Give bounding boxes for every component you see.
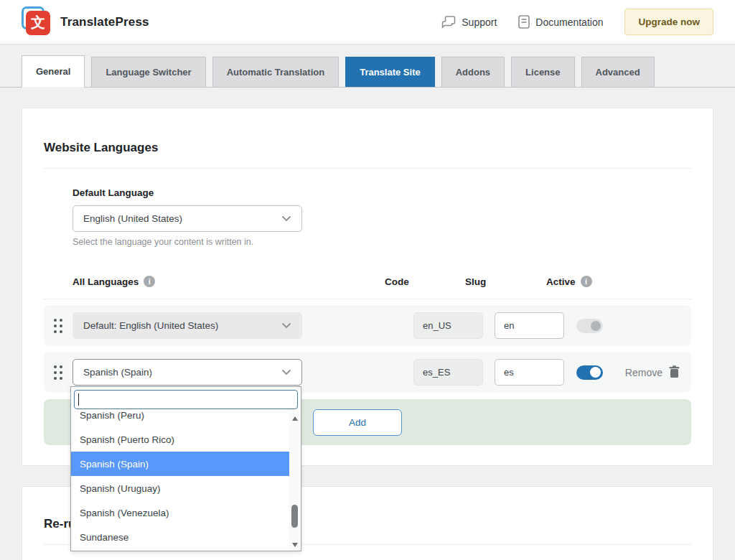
active-toggle-en bbox=[576, 319, 603, 333]
tab-license[interactable]: License bbox=[511, 57, 574, 87]
all-languages-info-icon[interactable]: i bbox=[144, 276, 155, 287]
table-row-default-language: Default: English (United States) en_US bbox=[44, 305, 691, 346]
drag-handle-icon[interactable] bbox=[44, 365, 72, 380]
documentation-doc-icon bbox=[518, 15, 530, 29]
support-chat-icon bbox=[441, 16, 456, 29]
code-header: Code bbox=[385, 276, 465, 287]
chevron-down-icon bbox=[281, 367, 291, 378]
translatepress-logo-icon: 文 bbox=[24, 9, 50, 35]
chevron-down-icon bbox=[281, 213, 291, 224]
tab-addons[interactable]: Addons bbox=[441, 57, 505, 87]
slug-input-es[interactable] bbox=[495, 359, 564, 386]
tab-general[interactable]: General bbox=[22, 55, 85, 88]
slug-header: Slug bbox=[465, 276, 546, 287]
languages-table-header: All Languages i Code Slug Active i bbox=[44, 276, 691, 299]
chevron-down-icon bbox=[281, 320, 291, 331]
language-search-input[interactable] bbox=[74, 390, 298, 409]
language-select-spanish[interactable]: Spanish (Spain) bbox=[72, 359, 302, 386]
code-field-en: en_US bbox=[413, 312, 483, 339]
drag-handle-icon[interactable] bbox=[44, 319, 72, 333]
documentation-link[interactable]: Documentation bbox=[518, 15, 603, 29]
scroll-up-arrow-icon[interactable] bbox=[289, 413, 300, 424]
language-select-default[interactable]: Default: English (United States) bbox=[72, 312, 302, 339]
documentation-label: Documentation bbox=[535, 17, 603, 28]
default-language-label: Default Language bbox=[72, 187, 691, 198]
active-info-icon[interactable]: i bbox=[581, 276, 592, 287]
option-spanish-spain[interactable]: Spanish (Spain) bbox=[71, 452, 289, 476]
language-dropdown-panel: Spanish (Peru) Spanish (Puerto Rico) Spa… bbox=[70, 386, 301, 551]
remove-language-button[interactable]: Remove bbox=[625, 365, 680, 380]
app-header: 文 TranslatePress Support Documentation bbox=[0, 0, 735, 45]
page-title: Website Languages bbox=[44, 141, 691, 155]
code-field-es: es_ES bbox=[413, 359, 483, 386]
option-spanish-uruguay[interactable]: Spanish (Uruguay) bbox=[71, 476, 301, 500]
option-spanish-venezuela[interactable]: Spanish (Venezuela) bbox=[71, 500, 301, 525]
tab-advanced[interactable]: Advanced bbox=[581, 57, 655, 87]
default-language-help: Select the language your content is writ… bbox=[72, 237, 691, 247]
active-header: Active bbox=[546, 276, 576, 287]
option-sundanese[interactable]: Sundanese bbox=[71, 525, 301, 549]
settings-tabbar: General Language Switcher Automatic Tran… bbox=[0, 45, 735, 88]
brand: 文 TranslatePress bbox=[24, 9, 149, 35]
tab-translate-site[interactable]: Translate Site bbox=[345, 57, 435, 87]
app-title: TranslatePress bbox=[60, 15, 149, 29]
trash-icon bbox=[669, 365, 680, 380]
scrollbar-thumb[interactable] bbox=[291, 505, 298, 528]
all-languages-header: All Languages bbox=[72, 276, 139, 287]
tab-language-switcher[interactable]: Language Switcher bbox=[91, 57, 205, 87]
dropdown-scrollbar[interactable] bbox=[289, 413, 300, 551]
active-toggle-es[interactable] bbox=[576, 365, 603, 380]
scroll-down-arrow-icon[interactable] bbox=[289, 539, 300, 551]
option-spanish-peru[interactable]: Spanish (Peru) bbox=[71, 412, 301, 427]
upgrade-now-button[interactable]: Upgrade now bbox=[624, 9, 713, 35]
language-options-list: Spanish (Peru) Spanish (Puerto Rico) Spa… bbox=[71, 412, 301, 551]
option-spanish-puerto-rico[interactable]: Spanish (Puerto Rico) bbox=[71, 427, 301, 452]
tab-automatic-translation[interactable]: Automatic Translation bbox=[212, 57, 340, 87]
slug-input-en[interactable] bbox=[495, 312, 564, 339]
support-link[interactable]: Support bbox=[441, 16, 497, 29]
support-label: Support bbox=[462, 17, 497, 28]
default-language-select[interactable]: English (United States) bbox=[72, 205, 302, 232]
text-caret bbox=[78, 393, 79, 406]
add-language-button[interactable]: Add bbox=[313, 409, 402, 436]
